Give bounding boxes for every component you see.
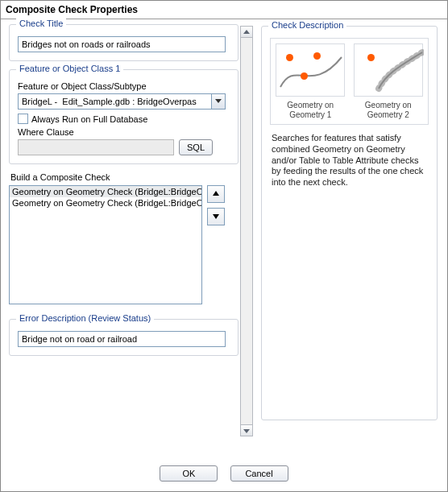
footer: OK Cancel	[1, 461, 447, 488]
where-clause-label: Where Clause	[18, 127, 230, 137]
thumbnail-2-label: Geometry onGeometry 2	[365, 101, 412, 119]
geometry-on-geometry-1-icon	[276, 43, 345, 97]
sql-button[interactable]: SQL	[179, 139, 213, 155]
scroll-down-icon[interactable]	[241, 424, 252, 436]
feature-class-combo[interactable]	[18, 93, 226, 110]
feature-class-group: Feature or Object Class 1 Feature or Obj…	[9, 69, 239, 164]
move-down-button[interactable]	[207, 208, 225, 225]
error-description-input[interactable]	[18, 331, 226, 347]
feature-class-legend: Feature or Object Class 1	[16, 64, 123, 73]
composite-title: Build a Composite Check	[10, 172, 239, 182]
content-area: Check Title Feature or Object Class 1 Fe…	[1, 19, 447, 461]
scrollbar[interactable]	[240, 26, 253, 436]
check-description-legend: Check Description	[268, 20, 346, 30]
composite-listbox[interactable]: Geometry on Geometry Check (BridgeL:Brid…	[9, 185, 202, 304]
always-run-row[interactable]: Always Run on Full Database	[18, 114, 230, 124]
thumbnail-2: Geometry onGeometry 2	[352, 43, 425, 119]
check-description-group: Check Description Geometry onGeometry 1	[261, 26, 438, 420]
check-title-input[interactable]	[18, 36, 226, 52]
check-description-text: Searches for features that satisfy combi…	[270, 133, 429, 188]
check-title-group: Check Title	[9, 24, 239, 61]
error-description-group: Error Description (Review Status)	[9, 319, 239, 356]
move-up-button[interactable]	[207, 185, 225, 203]
left-column: Check Title Feature or Object Class 1 Fe…	[1, 19, 239, 461]
check-title-legend: Check Title	[16, 19, 66, 28]
where-clause-input	[18, 139, 174, 155]
feature-class-label: Feature or Object Class/Subtype	[18, 81, 230, 91]
error-description-legend: Error Description (Review Status)	[16, 313, 154, 323]
scroll-up-icon[interactable]	[241, 27, 252, 38]
cancel-button[interactable]: Cancel	[230, 465, 288, 482]
always-run-label: Always Run on Full Database	[31, 114, 147, 124]
always-run-checkbox[interactable]	[18, 114, 28, 124]
thumbnail-row: Geometry onGeometry 1 Geometry onGeometr…	[270, 38, 429, 125]
window-title: Composite Check Properties	[1, 1, 447, 19]
feature-class-dropdown-button[interactable]	[211, 93, 226, 110]
list-item[interactable]: Geometry on Geometry Check (BridgeL:Brid…	[10, 197, 201, 209]
thumbnail-1: Geometry onGeometry 1	[274, 43, 347, 119]
right-column: Check Description Geometry onGeometry 1	[253, 19, 447, 461]
list-item[interactable]: Geometry on Geometry Check (BridgeL:Brid…	[10, 186, 201, 197]
feature-class-value[interactable]	[18, 93, 211, 110]
geometry-on-geometry-2-icon	[354, 43, 423, 97]
thumbnail-1-label: Geometry onGeometry 1	[287, 101, 334, 119]
ok-button[interactable]: OK	[160, 465, 218, 482]
